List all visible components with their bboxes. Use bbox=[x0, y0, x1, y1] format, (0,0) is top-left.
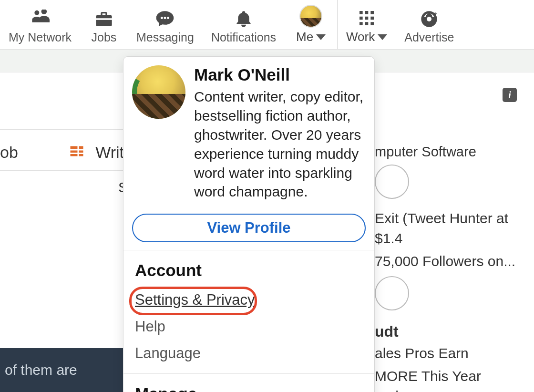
dropdown-header[interactable]: Mark O'Neill Content writer, copy editor… bbox=[123, 57, 374, 210]
target-icon bbox=[420, 10, 439, 29]
right-text: Exit (Tweet Hunter at $1.4 bbox=[375, 208, 517, 248]
right-text: MORE This Year and... bbox=[375, 366, 517, 392]
nav-work[interactable]: Work bbox=[338, 0, 396, 49]
settings-privacy-link[interactable]: Settings & Privacy bbox=[123, 287, 374, 313]
dark-strip-text: of them are bbox=[5, 362, 77, 378]
messaging-icon bbox=[154, 10, 176, 29]
follow-button-partial[interactable] bbox=[375, 165, 409, 199]
nav-jobs[interactable]: Jobs bbox=[80, 0, 128, 49]
nav-label-row: Me bbox=[296, 30, 326, 44]
article-icon bbox=[67, 144, 87, 161]
nav-notifications[interactable]: Notifications bbox=[203, 0, 285, 49]
tab-text-partial: Writ bbox=[95, 143, 124, 162]
nav-advertise[interactable]: Advertise bbox=[396, 0, 462, 49]
tab-text-partial: ob bbox=[0, 143, 18, 162]
profile-avatar bbox=[132, 65, 185, 119]
chevron-down-icon bbox=[316, 34, 326, 40]
briefcase-icon bbox=[93, 10, 114, 29]
nav-label: Advertise bbox=[404, 31, 454, 44]
grid-icon bbox=[357, 9, 376, 28]
nav-left-group: My Network Jobs Messaging Notifications … bbox=[0, 0, 337, 49]
profile-bio: Content writer, copy editor, bestselling… bbox=[194, 87, 365, 201]
follow-button-partial[interactable] bbox=[375, 276, 409, 310]
right-text: 75,000 Followers on... bbox=[375, 251, 517, 271]
profile-name: Mark O'Neill bbox=[194, 65, 365, 84]
language-link[interactable]: Language bbox=[123, 340, 374, 367]
tab-row: ob Writ bbox=[0, 130, 124, 171]
nav-my-network[interactable]: My Network bbox=[0, 0, 80, 49]
nav-label: Work bbox=[346, 30, 375, 44]
nav-messaging[interactable]: Messaging bbox=[128, 0, 203, 49]
right-name: udt bbox=[375, 323, 517, 340]
chevron-down-icon bbox=[378, 34, 387, 40]
dark-strip: of them are bbox=[0, 348, 123, 392]
help-link[interactable]: Help bbox=[123, 313, 374, 340]
nav-label: Notifications bbox=[211, 31, 276, 44]
nav-me[interactable]: Me bbox=[285, 0, 337, 49]
network-icon bbox=[30, 10, 51, 29]
nav-label-row: Work bbox=[346, 30, 387, 44]
bg-left-panel: ob Writ S bbox=[0, 72, 124, 196]
right-text: mputer Software bbox=[375, 144, 517, 160]
nav-label: Jobs bbox=[92, 31, 117, 44]
right-text: ales Pros Earn bbox=[375, 343, 517, 363]
right-column: mputer Software Exit (Tweet Hunter at $1… bbox=[375, 88, 517, 392]
bell-icon bbox=[234, 10, 253, 29]
below-tab-text: S bbox=[0, 171, 124, 196]
nav-label: My Network bbox=[9, 31, 72, 44]
open-to-work-ring bbox=[132, 65, 185, 119]
avatar-icon bbox=[299, 5, 322, 28]
nav-right-group: Work Advertise bbox=[338, 0, 462, 49]
top-navigation: My Network Jobs Messaging Notifications … bbox=[0, 0, 534, 50]
section-title-manage: Manage bbox=[123, 374, 374, 392]
view-profile-button[interactable]: View Profile bbox=[132, 214, 366, 242]
dropdown-info: Mark O'Neill Content writer, copy editor… bbox=[194, 65, 365, 201]
section-title-account: Account bbox=[123, 250, 374, 287]
info-icon[interactable] bbox=[503, 88, 517, 102]
nav-label: Messaging bbox=[136, 31, 194, 44]
nav-label: Me bbox=[296, 30, 313, 44]
me-dropdown: Mark O'Neill Content writer, copy editor… bbox=[123, 56, 375, 392]
